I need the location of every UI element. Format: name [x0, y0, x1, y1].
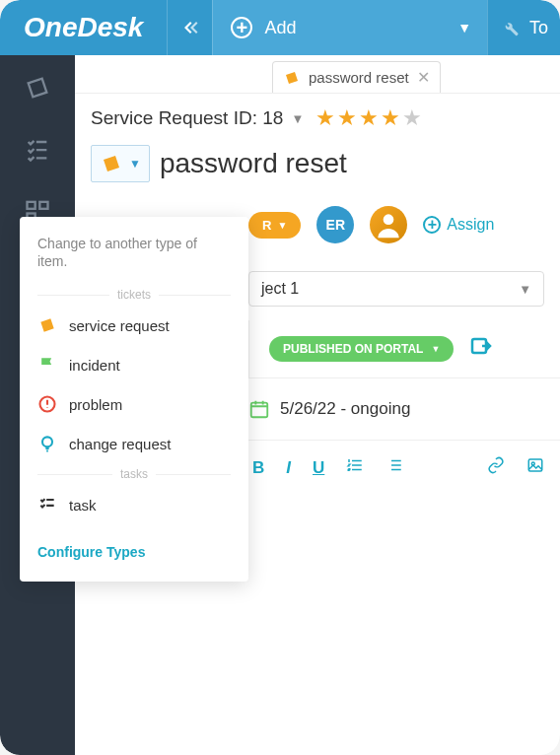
- chevron-down-icon: ▼: [457, 20, 471, 35]
- request-id[interactable]: Service Request ID: 18 ▼: [91, 107, 304, 129]
- dropdown-hint: Change to another type of item.: [20, 231, 248, 284]
- star-icon: ★: [381, 105, 400, 131]
- tools-button[interactable]: To: [487, 0, 560, 55]
- collapse-sidebar-button[interactable]: [167, 0, 212, 55]
- star-icon: ★: [315, 105, 335, 131]
- tab-item[interactable]: password reset ✕: [272, 61, 441, 93]
- svg-rect-1: [39, 202, 47, 209]
- svg-point-9: [42, 438, 52, 447]
- title-input[interactable]: [160, 148, 544, 179]
- tab-label: password reset: [309, 69, 409, 86]
- underline-button[interactable]: U: [313, 458, 324, 478]
- dropdown-section-tasks: tasks: [20, 463, 248, 485]
- add-button[interactable]: + Add ▼: [212, 0, 487, 55]
- add-label: Add: [264, 18, 296, 38]
- link-button[interactable]: [487, 456, 505, 479]
- type-dropdown: Change to another type of item. tickets …: [20, 217, 248, 582]
- export-icon: [469, 334, 493, 358]
- image-icon: [526, 456, 544, 474]
- italic-button[interactable]: I: [286, 458, 291, 478]
- unordered-list-button[interactable]: [385, 456, 403, 479]
- pill-text: R: [262, 218, 271, 233]
- wrench-icon: [500, 18, 520, 37]
- chevron-left-double-icon: [182, 20, 198, 35]
- star-icon: ★: [402, 105, 422, 131]
- portal-badge-label: PUBLISHED ON PORTAL: [283, 342, 423, 356]
- dd-task[interactable]: task: [20, 485, 248, 524]
- svg-point-3: [384, 214, 394, 225]
- alert-icon: [37, 394, 57, 414]
- dd-item-label: service request: [69, 317, 170, 334]
- checklist-icon: [24, 135, 51, 163]
- avatar[interactable]: ER: [316, 206, 354, 243]
- chevron-down-icon: ▼: [277, 220, 287, 231]
- assign-button[interactable]: + Assign: [423, 216, 494, 234]
- ordered-list-icon: [346, 456, 364, 474]
- tools-label: To: [529, 18, 548, 38]
- task-icon: [37, 495, 57, 515]
- avatar[interactable]: [370, 206, 407, 243]
- portal-row: PUBLISHED ON PORTAL ▼: [248, 320, 544, 378]
- title-row: ▼: [75, 135, 560, 192]
- dd-service-request[interactable]: service request: [20, 306, 248, 345]
- svg-rect-6: [528, 459, 542, 471]
- dd-problem[interactable]: problem: [20, 384, 248, 424]
- dd-item-label: problem: [69, 396, 122, 413]
- bold-button[interactable]: B: [252, 458, 264, 478]
- status-pill[interactable]: R▼: [248, 212, 301, 239]
- person-icon: [373, 209, 404, 240]
- lightbulb-icon: [37, 434, 57, 453]
- project-select[interactable]: ject 1 ▼: [248, 271, 544, 307]
- dd-change-request[interactable]: change request: [20, 424, 248, 463]
- ticket-icon: [100, 152, 123, 175]
- sidebar-tickets[interactable]: [14, 67, 61, 108]
- list-icon: [385, 456, 403, 474]
- svg-rect-5: [251, 403, 268, 418]
- svg-rect-0: [28, 202, 35, 209]
- star-icon: ★: [337, 105, 357, 131]
- flag-icon: [37, 355, 57, 375]
- chevron-down-icon: ▼: [519, 282, 531, 297]
- chevron-down-icon: ▼: [431, 344, 440, 354]
- dropdown-section-tickets: tickets: [20, 284, 248, 306]
- chevron-down-icon: ▼: [291, 111, 304, 126]
- ticket-icon: [24, 74, 51, 102]
- ticket-icon: [37, 315, 57, 335]
- calendar-icon: [248, 398, 270, 420]
- dd-item-label: change request: [69, 436, 171, 452]
- request-id-label: Service Request ID: 18: [91, 107, 283, 129]
- plus-icon: +: [231, 17, 252, 38]
- type-selector[interactable]: ▼: [91, 145, 150, 182]
- ordered-list-button[interactable]: [346, 456, 364, 479]
- tab-bar: password reset ✕: [75, 55, 560, 93]
- sidebar-tasks[interactable]: [14, 128, 61, 170]
- dd-item-label: incident: [69, 357, 120, 374]
- assign-label: Assign: [447, 216, 494, 234]
- dd-item-label: task: [69, 497, 97, 514]
- dd-incident[interactable]: incident: [20, 345, 248, 384]
- share-button[interactable]: [469, 334, 493, 364]
- portal-badge[interactable]: PUBLISHED ON PORTAL ▼: [269, 336, 454, 362]
- ticket-icon: [283, 69, 301, 87]
- plus-circle-icon: +: [423, 216, 441, 234]
- logo: OneDesk: [0, 12, 167, 43]
- link-icon: [487, 456, 505, 474]
- configure-types-link[interactable]: Configure Types: [20, 524, 248, 568]
- image-button[interactable]: [526, 456, 544, 479]
- star-icon: ★: [359, 105, 379, 131]
- header-row: Service Request ID: 18 ▼ ★ ★ ★ ★ ★: [75, 93, 560, 135]
- star-rating[interactable]: ★ ★ ★ ★ ★: [315, 105, 422, 131]
- project-value: ject 1: [261, 280, 299, 298]
- topbar: OneDesk + Add ▼ To: [0, 0, 560, 55]
- chevron-down-icon: ▼: [129, 157, 141, 171]
- close-icon[interactable]: ✕: [417, 68, 430, 87]
- date-text: 5/26/22 - ongoing: [280, 399, 410, 419]
